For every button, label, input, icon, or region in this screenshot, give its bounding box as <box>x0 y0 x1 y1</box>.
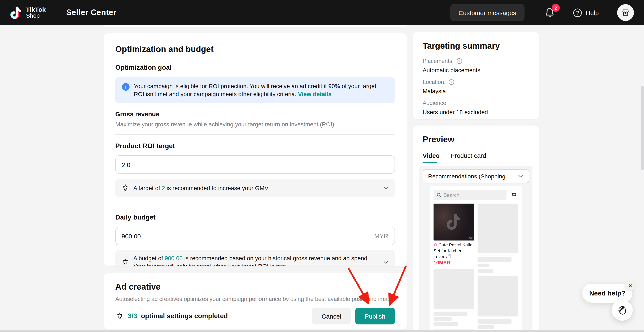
ad-creative-title: Ad creative <box>115 282 395 292</box>
search-icon <box>436 192 441 198</box>
preview-title: Preview <box>422 135 532 144</box>
roi-target-heading: Product ROI target <box>115 142 395 150</box>
placeholder-bar <box>478 319 512 323</box>
audience-value: Users under 18 excluded <box>422 109 529 115</box>
tip-value: 900.00 <box>164 255 182 261</box>
roi-recommendation: A target of 2 is recommended to increase… <box>115 179 395 197</box>
placements-value: Automatic placements <box>422 67 529 74</box>
live-chat-button[interactable] <box>612 300 633 321</box>
cancel-button[interactable]: Cancel <box>312 308 351 324</box>
phone-preview: Ad ✿ Cute Pastel Knife Set for Kitchen L… <box>430 186 522 332</box>
page-title: Seller Center <box>66 8 116 17</box>
optimization-budget-card: Optimization and budget Optimization goa… <box>104 33 407 266</box>
top-bar: TikTok Shop Seller Center Customer messa… <box>0 0 644 25</box>
placeholder-bar <box>434 322 458 326</box>
form-footer: 3/3 optimal settings completed Cancel Pu… <box>115 308 395 324</box>
logo-text-secondary: Shop <box>26 13 46 19</box>
roi-target-input[interactable] <box>115 155 395 174</box>
chevron-down-icon[interactable] <box>382 259 389 266</box>
location-label: Location: <box>422 79 446 85</box>
placement-dropdown[interactable]: Recommendations (Shopping ... <box>422 169 529 183</box>
cutlery-icon <box>448 254 452 258</box>
svg-text:?: ? <box>450 80 452 84</box>
placeholder-bar <box>478 269 493 273</box>
chevron-down-icon <box>517 173 524 180</box>
waving-hand-icon <box>616 303 629 317</box>
optimization-goal-heading: Optimization goal <box>115 64 395 71</box>
shop-account-button[interactable] <box>617 4 634 21</box>
view-details-link[interactable]: View details <box>298 91 332 97</box>
tiktok-watermark-icon <box>446 212 462 230</box>
help-label: Help <box>586 9 599 16</box>
tiktok-note-icon <box>10 6 23 20</box>
page-body: Optimization and budget Optimization goa… <box>0 25 644 332</box>
product-column-left: Ad ✿ Cute Pastel Knife Set for Kitchen L… <box>434 204 474 332</box>
customer-messages-button[interactable]: Customer messages <box>450 4 524 21</box>
publish-button[interactable]: Publish <box>355 308 395 324</box>
need-help-text: Need help? <box>589 289 625 297</box>
tip-text: A target of <box>133 184 162 191</box>
location-value: Malaysia <box>422 88 529 94</box>
product-column-right <box>478 204 518 332</box>
flower-icon: ✿ <box>434 242 437 247</box>
tip-text: A budget of <box>133 255 164 261</box>
help-button[interactable]: ? Help <box>572 7 599 18</box>
help-circle-icon[interactable]: ? <box>456 58 463 64</box>
currency-label: MYR <box>374 232 388 239</box>
goal-name: Gross revenue <box>115 110 395 118</box>
question-circle-icon: ? <box>572 7 583 18</box>
placements-label: Placements: <box>422 58 454 64</box>
ad-creative-description: Autoselecting ad creatives optimizes you… <box>115 295 397 302</box>
product-title: ✿ Cute Pastel Knife Set for Kitchen Love… <box>434 242 474 259</box>
preview-panel: Recommendations (Shopping ... <box>419 166 532 332</box>
logo-text-primary: TikTok <box>26 6 46 13</box>
tiktok-shop-logo[interactable]: TikTok Shop <box>10 6 46 20</box>
close-icon[interactable]: × <box>625 280 636 291</box>
vertical-scrollbar[interactable] <box>641 86 644 170</box>
notifications-button[interactable]: 2 <box>544 7 556 19</box>
storefront-icon <box>621 8 630 17</box>
goal-description: Maximize your gross revenue while achiev… <box>115 121 395 128</box>
placeholder-bar <box>434 317 452 321</box>
lightbulb-icon <box>115 312 124 320</box>
header-divider <box>56 7 57 18</box>
divider <box>115 134 395 135</box>
preview-card: Preview Video Product card Recommendatio… <box>412 126 539 332</box>
divider <box>115 206 395 206</box>
preview-search-bar <box>434 190 506 200</box>
placement-dropdown-value: Recommendations (Shopping ... <box>428 173 517 180</box>
tab-product-card[interactable]: Product card <box>450 152 486 163</box>
need-help-bubble: Need help? × <box>582 284 632 303</box>
daily-budget-input[interactable] <box>115 227 395 245</box>
placeholder-bar <box>478 325 494 329</box>
ad-creative-card: Ad creative Autoselecting ad creatives o… <box>104 273 407 329</box>
tip-text: is recommended to increase your GMV <box>165 184 268 191</box>
budget-recommendation: A budget of 900.00 is recommended based … <box>115 250 395 266</box>
chevron-down-icon[interactable] <box>382 185 389 191</box>
tab-video[interactable]: Video <box>422 152 440 163</box>
daily-budget-heading: Daily budget <box>115 214 395 221</box>
svg-text:?: ? <box>576 10 579 15</box>
cart-icon <box>510 191 518 199</box>
banner-text: Your campaign is eligible for ROI protec… <box>134 83 376 97</box>
ad-badge: Ad <box>469 236 472 239</box>
placeholder-bar <box>478 264 489 267</box>
preview-search-input <box>444 192 504 198</box>
placeholder-tile <box>434 269 474 309</box>
progress-label: optimal settings completed <box>141 312 228 320</box>
placeholder-tile <box>478 276 518 316</box>
ad-video-thumbnail: Ad <box>434 204 474 240</box>
horizontal-scrollbar[interactable] <box>0 330 644 332</box>
targeting-summary-title: Targeting summary <box>422 41 529 51</box>
placeholder-bar <box>478 257 512 262</box>
help-circle-icon[interactable]: ? <box>448 79 454 85</box>
previous-card-edge <box>104 25 407 27</box>
preview-tabs: Video Product card <box>422 152 532 163</box>
lightbulb-icon <box>121 258 130 266</box>
targeting-summary-card: Targeting summary Placements: ? Automati… <box>412 32 539 119</box>
progress-count: 3/3 <box>128 312 137 320</box>
tip-value: 2 <box>162 184 165 191</box>
placeholder-tile <box>478 204 518 253</box>
svg-text:?: ? <box>458 59 460 63</box>
audience-label: Audience: <box>422 100 448 106</box>
